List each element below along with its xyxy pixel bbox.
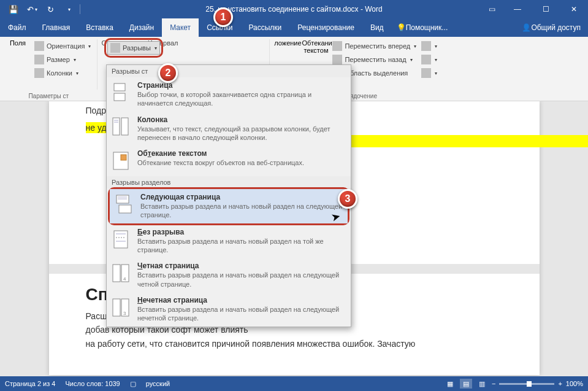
tab-mailings[interactable]: Рассылки xyxy=(240,18,289,37)
breaks-button-highlight: Разрывы▾ xyxy=(104,38,163,58)
margins-button[interactable]: Поля xyxy=(4,39,32,88)
view-read-mode[interactable]: ▦ xyxy=(444,379,456,389)
menu-item-title: Без разрыва xyxy=(137,228,346,236)
undo-button[interactable]: ↶▾ xyxy=(23,2,40,17)
page-break-icon xyxy=(112,82,130,103)
svg-text:3: 3 xyxy=(123,311,126,316)
size-icon xyxy=(34,55,44,64)
svg-rect-9 xyxy=(119,205,131,213)
doc-para: на работу сети, что становится причиной … xyxy=(86,337,503,350)
continuous-icon xyxy=(112,229,130,250)
even-page-icon: 4 xyxy=(112,263,130,284)
breaks-button[interactable]: Разрывы▾ xyxy=(107,41,160,55)
redo-button[interactable]: ↻ xyxy=(42,2,59,17)
menu-item-continuous[interactable]: Без разрываВставить разрыв раздела и нач… xyxy=(107,224,351,258)
breaks-dropdown: Разрывы ст СтраницаВыбор точки, в которо… xyxy=(106,64,351,327)
qat-customize[interactable]: ▾ xyxy=(60,2,77,17)
close-button[interactable]: ✕ xyxy=(560,0,588,18)
ribbon-options-button[interactable]: ▭ xyxy=(480,0,503,18)
title-bar: 💾 ↶▾ ↻ ▾ 25. не установить соединение с … xyxy=(0,0,588,18)
menu-item-title: Следующая страница xyxy=(140,193,343,201)
window-title: 25. не установить соединение с сайтом.do… xyxy=(205,5,382,14)
tell-me-label: Помощник... xyxy=(406,23,448,32)
share-button[interactable]: 👤 Общий доступ xyxy=(522,18,588,37)
menu-item-desc: Указывает, что текст, следующий за разры… xyxy=(137,125,346,142)
save-button[interactable]: 💾 xyxy=(5,2,22,17)
svg-text:4: 4 xyxy=(123,276,126,282)
menu-section-section-breaks: Разрывы разделов xyxy=(107,176,351,188)
menu-item-text-wrapping[interactable]: Обтекание текстомОбтекание текста вокруг… xyxy=(107,145,351,176)
breaks-icon xyxy=(110,43,120,53)
menu-item-desc: Обтекание текста вокруг объектов на веб-… xyxy=(137,158,346,167)
rotate-icon xyxy=(421,68,431,78)
svg-rect-19 xyxy=(113,299,120,316)
columns-button[interactable]: Колонки▾ xyxy=(32,66,93,80)
menu-item-desc: Вставить разрыв раздела и начать новый р… xyxy=(137,237,346,255)
menu-item-desc: Вставить разрыв раздела и начать новый р… xyxy=(140,202,343,220)
menu-item-next-page[interactable]: Следующая страницаВставить разрыв раздел… xyxy=(110,189,348,223)
column-break-icon xyxy=(112,117,130,137)
callout-3: 3 xyxy=(338,189,357,209)
tab-layout[interactable]: Макет xyxy=(162,18,199,37)
text-wrap-break-icon xyxy=(112,150,130,171)
quick-access-toolbar: 💾 ↶▾ ↻ ▾ xyxy=(0,2,82,17)
menu-item-title: Колонка xyxy=(137,115,346,124)
size-button[interactable]: Размер▾ xyxy=(32,53,93,66)
callout-2: 2 xyxy=(158,63,178,83)
backward-icon xyxy=(332,55,342,64)
status-word-count[interactable]: Число слов: 1039 xyxy=(65,380,120,387)
view-web-layout[interactable]: ▥ xyxy=(476,379,488,389)
tab-home[interactable]: Главная xyxy=(34,18,78,37)
zoom-slider[interactable] xyxy=(499,383,554,385)
zoom-out-button[interactable]: − xyxy=(492,380,495,387)
svg-rect-7 xyxy=(121,155,126,160)
group-page-setup-label: Параметры ст xyxy=(0,93,97,99)
columns-icon xyxy=(34,68,44,78)
maximize-button[interactable]: ☐ xyxy=(532,0,560,18)
svg-rect-1 xyxy=(114,93,125,101)
orientation-button[interactable]: Ориентация▾ xyxy=(32,39,93,53)
zoom-level[interactable]: 100% xyxy=(566,380,583,387)
menu-item-odd-page[interactable]: 3 Нечетная страницаВставить разрыв разде… xyxy=(107,292,351,327)
status-proofing-icon[interactable]: ▢ xyxy=(130,380,136,388)
tell-me[interactable]: 💡 Помощник... xyxy=(397,18,448,37)
forward-icon xyxy=(332,41,342,51)
minimize-button[interactable]: — xyxy=(503,0,532,18)
rotate-button[interactable]: ▾ xyxy=(419,66,440,80)
tab-review[interactable]: Рецензирование xyxy=(289,18,362,37)
menu-item-title: Четная страница xyxy=(137,261,346,270)
svg-rect-3 xyxy=(121,118,128,135)
ribbon-tabs: Файл Главная Вставка Дизайн Макет Ссылки… xyxy=(0,18,588,37)
status-language[interactable]: русский xyxy=(146,380,170,387)
svg-rect-12 xyxy=(114,231,128,248)
menu-item-even-page[interactable]: 4 Четная страницаВставить разрыв раздела… xyxy=(107,258,351,292)
menu-item-page[interactable]: СтраницаВыбор точки, в которой заканчива… xyxy=(107,77,351,112)
orientation-icon xyxy=(34,41,44,51)
bring-forward-button[interactable]: Переместить вперед▾ xyxy=(330,39,419,53)
tab-file[interactable]: Файл xyxy=(0,18,34,37)
status-bar: Страница 2 из 4 Число слов: 1039 ▢ русск… xyxy=(0,376,588,391)
menu-item-desc: Выбор точки, в которой заканчивается одн… xyxy=(137,90,346,108)
next-page-icon xyxy=(115,194,133,215)
svg-rect-0 xyxy=(114,83,125,91)
group-button[interactable]: ▾ xyxy=(419,53,440,66)
menu-item-title: Обтекание текстом xyxy=(137,149,346,158)
zoom-in-button[interactable]: + xyxy=(558,380,562,387)
align-icon xyxy=(421,41,431,51)
status-page[interactable]: Страница 2 из 4 xyxy=(5,380,55,387)
callout-1: 1 xyxy=(213,7,233,27)
svg-rect-16 xyxy=(113,265,120,282)
menu-section-page-breaks: Разрывы ст xyxy=(107,65,351,77)
tab-view[interactable]: Вид xyxy=(362,18,392,37)
menu-item-next-page-highlight: Следующая страницаВставить разрыв раздел… xyxy=(108,187,349,225)
tab-insert[interactable]: Вставка xyxy=(78,18,121,37)
share-label: Общий доступ xyxy=(531,23,581,32)
menu-item-desc: Вставить разрыв раздела и начать новый р… xyxy=(137,305,346,323)
align-button[interactable]: ▾ xyxy=(419,39,440,53)
view-print-layout[interactable]: ▤ xyxy=(460,379,472,389)
tab-design[interactable]: Дизайн xyxy=(121,18,162,37)
odd-page-icon: 3 xyxy=(112,297,130,318)
menu-item-column[interactable]: КолонкаУказывает, что текст, следующий з… xyxy=(107,112,351,146)
menu-item-title: Нечетная страница xyxy=(137,296,346,304)
group-icon xyxy=(421,55,431,64)
